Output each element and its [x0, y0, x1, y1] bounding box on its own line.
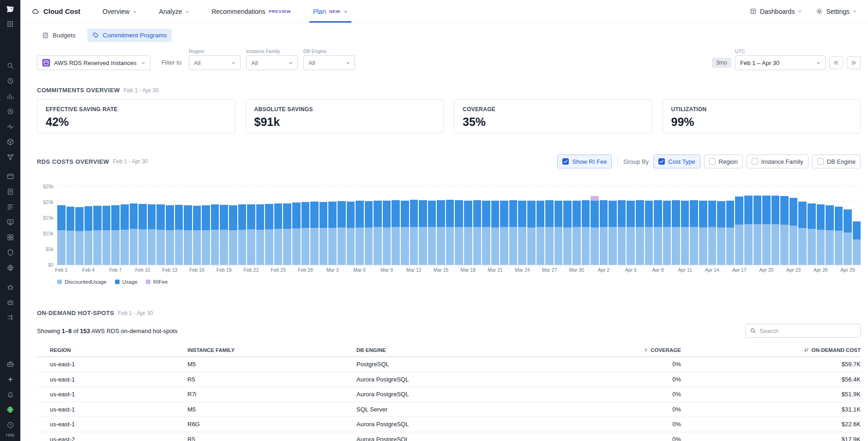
chart-bar[interactable] [446, 200, 454, 265]
chart-bar[interactable] [527, 201, 536, 265]
chart-bar[interactable]: Mar 6 [356, 201, 364, 265]
chart-bar[interactable]: Feb 4 [84, 206, 93, 265]
chart-bar[interactable] [319, 202, 328, 265]
chart-bar[interactable] [66, 207, 75, 265]
column-on-demand-cost[interactable]: ON-DEMAND COST [681, 347, 861, 353]
column-db-engine[interactable]: DB ENGINE [356, 347, 550, 353]
chart-bar[interactable]: Apr 8 [654, 200, 662, 265]
nav-overview[interactable]: Overview [102, 0, 137, 23]
chart-bar[interactable] [618, 200, 626, 265]
chart-bar[interactable]: Mar 9 [383, 201, 391, 265]
table-row[interactable]: us-east-1M5PostgreSQL0%$59.7K [37, 357, 861, 372]
sparkle-icon[interactable] [5, 374, 16, 385]
chart-bar[interactable] [130, 203, 138, 265]
chart-bar[interactable] [753, 196, 762, 265]
settings-menu[interactable]: Settings [816, 8, 857, 15]
chart-bar[interactable] [157, 204, 165, 265]
chart-bar[interactable]: Mar 27 [545, 200, 554, 265]
chart-bar[interactable]: Apr 2 [600, 200, 608, 265]
chart-bar[interactable]: Apr 20 [762, 196, 771, 265]
chart-bar[interactable] [582, 200, 590, 265]
chart-bar[interactable] [283, 203, 291, 265]
chart-bar[interactable] [690, 200, 698, 265]
nav-analyze[interactable]: Analyze [159, 0, 189, 23]
chart-bar[interactable]: Mar 30 [573, 201, 581, 265]
datadog-logo-icon[interactable] [5, 4, 16, 15]
chart-bar[interactable]: Feb 22 [247, 204, 255, 265]
chart-bar[interactable]: Feb 10 [139, 204, 147, 265]
table-row[interactable]: us-east-1M5SQL Server0%$31.1K [37, 402, 861, 417]
apps-grid-icon[interactable] [5, 18, 16, 30]
chart-bar[interactable] [75, 207, 84, 265]
group-by-instance-family-checkbox[interactable]: Instance Family [747, 155, 808, 168]
llm-icon[interactable] [5, 297, 16, 308]
synthetics-icon[interactable] [5, 262, 16, 273]
chart-bar[interactable] [455, 200, 463, 265]
chart-bar[interactable] [238, 204, 247, 265]
ci-icon[interactable] [5, 216, 16, 227]
chart-bar[interactable] [175, 205, 183, 265]
chart-bar[interactable] [636, 200, 644, 265]
chart-bar[interactable] [338, 201, 346, 265]
watchdog-icon[interactable] [5, 106, 16, 117]
dashboards-menu[interactable]: Dashboards [750, 8, 802, 15]
chart-bar[interactable] [473, 200, 482, 265]
chart-bar[interactable]: Feb 16 [193, 206, 201, 265]
status-globe-icon[interactable] [5, 404, 16, 415]
search-icon[interactable] [5, 60, 16, 71]
nav-plan[interactable]: Plan NEW [313, 0, 348, 23]
chart-bar[interactable]: Mar 24 [518, 201, 526, 265]
chart-bar[interactable] [365, 201, 373, 265]
notifications-icon[interactable] [5, 389, 16, 400]
data-streams-icon[interactable] [5, 312, 16, 323]
chart-bar[interactable] [798, 202, 807, 265]
chart-bar[interactable] [672, 200, 680, 265]
chart-bar[interactable] [772, 196, 780, 265]
chart-bar[interactable] [563, 201, 572, 265]
security-icon[interactable] [5, 247, 16, 258]
chart-bar[interactable]: Feb 1 [57, 205, 66, 265]
table-row[interactable]: us-east-1R6GAurora PostgreSQL0%$22.6K [37, 417, 861, 432]
chart-bar[interactable]: Mar 21 [491, 201, 500, 265]
column-region[interactable]: REGION [37, 347, 187, 353]
group-by-region-checkbox[interactable]: Region [704, 155, 743, 168]
table-row[interactable]: us-east-1R7iAurora PostgreSQL0%$51.9K [37, 387, 861, 402]
group-by-cost-type-checkbox[interactable]: Cost Type [653, 155, 700, 168]
search-input[interactable] [760, 328, 856, 334]
chart-bar[interactable]: Feb 13 [166, 205, 174, 265]
legend-item-rifee[interactable]: RIFee [146, 279, 168, 285]
chart-bar[interactable] [808, 203, 816, 265]
chart-bar[interactable] [419, 200, 427, 265]
chart-bar[interactable] [256, 204, 265, 265]
column-instance-family[interactable]: INSTANCE FAMILY [187, 347, 356, 353]
chart-bar[interactable]: Apr 5 [627, 201, 635, 265]
infrastructure-icon[interactable] [5, 136, 16, 147]
chart-bar[interactable]: Mar 12 [410, 200, 418, 265]
chart-bar[interactable] [102, 206, 111, 265]
chart-bar[interactable] [744, 196, 753, 265]
chart-bar[interactable]: Apr 29 [844, 209, 852, 265]
instance-family-filter-select[interactable]: All [246, 55, 298, 70]
legend-item-discountedusage[interactable]: DiscountedUsage [57, 279, 107, 285]
chart-bar[interactable] [826, 205, 834, 265]
nav-recommendations[interactable]: Recommendations PREVIEW [211, 0, 291, 23]
chart-bar[interactable] [609, 201, 617, 265]
chart-bar[interactable] [202, 205, 210, 265]
chart-bar[interactable] [392, 200, 400, 265]
chart-bar[interactable]: Apr 17 [735, 197, 743, 265]
group-by-db-engine-checkbox[interactable]: DB Engine [812, 155, 861, 168]
chart-bar[interactable] [401, 201, 409, 265]
show-ri-fee-checkbox[interactable]: Show RI Fee [557, 155, 612, 168]
chart-bar[interactable] [699, 201, 707, 265]
chart-bar[interactable]: Apr 11 [681, 201, 689, 265]
chart-bar[interactable] [555, 201, 563, 265]
chart-bar[interactable] [211, 204, 219, 265]
logs-icon[interactable] [5, 201, 16, 212]
chart-bar[interactable] [591, 196, 599, 265]
chart-bar[interactable] [93, 206, 102, 265]
rum-icon[interactable] [5, 171, 16, 182]
chart-bar[interactable] [717, 201, 725, 265]
chart-bar[interactable]: Mar 15 [437, 200, 445, 265]
chart-bar[interactable] [148, 204, 156, 265]
chart-bar[interactable] [500, 201, 508, 265]
